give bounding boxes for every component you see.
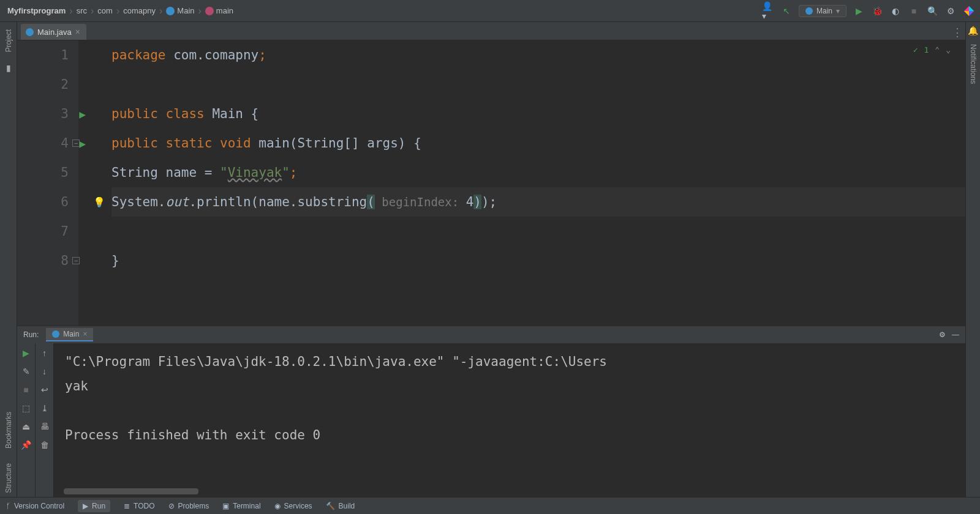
chevron-right-icon: › (69, 6, 72, 17)
breadcrumb-project[interactable]: Myfirstprogram (5, 5, 68, 17)
breadcrumb: Myfirstprogram › src › com › comapny › M… (5, 5, 762, 17)
notifications-tool-button[interactable]: Notifications (969, 40, 978, 88)
editor-gutter: 1 2 3▶ 4▶− 5 6💡 7 8− (17, 40, 78, 326)
soft-wrap-icon[interactable]: ↩ (41, 385, 48, 395)
run-toolbar-primary: ▶ ✎ ■ ⬚ ⏏ 📌 (17, 343, 36, 497)
console-output[interactable]: "C:\Program Files\Java\jdk-18.0.2.1\bin\… (54, 343, 965, 497)
folder-icon[interactable]: ▮ (6, 63, 11, 73)
code-content[interactable]: ✓1⌃⌄ package com.comapny; public class M… (78, 40, 965, 326)
edit-icon[interactable]: ✎ (23, 367, 30, 376)
chevron-down-icon: ⌄ (946, 45, 951, 54)
line-number: 3 (61, 106, 69, 121)
chevron-right-icon: › (91, 6, 94, 17)
line-number: 1 (61, 48, 69, 62)
close-icon[interactable]: × (83, 330, 87, 338)
run-tab-main[interactable]: Main × (46, 328, 93, 341)
breadcrumb-pkg-com[interactable]: com (95, 5, 115, 17)
play-icon: ▶ (83, 502, 88, 510)
rerun-icon[interactable]: ▶ (23, 348, 29, 358)
chevron-right-icon: › (198, 6, 202, 17)
editor-tab-bar: Main.java × ⋮ (17, 22, 965, 40)
exit-icon[interactable]: ⏏ (22, 422, 30, 431)
breadcrumb-method[interactable]: main (203, 5, 236, 17)
coverage-icon[interactable]: ◐ (889, 5, 902, 17)
bookmarks-tool-button[interactable]: Bookmarks (4, 408, 13, 452)
chevron-down-icon: ▾ (836, 7, 840, 15)
more-tabs-icon[interactable]: ⋮ (952, 26, 963, 39)
build-button[interactable]: 🔨Build (326, 502, 355, 510)
method-icon (205, 7, 214, 15)
todo-button[interactable]: ≣TODO (124, 502, 154, 510)
jetbrains-logo-icon (963, 5, 975, 17)
minimize-icon[interactable]: — (952, 330, 959, 339)
run-tool-header: Run: Main × ⚙ — (17, 326, 965, 343)
gear-icon[interactable]: ⚙ (944, 5, 957, 17)
run-configuration-selector[interactable]: Main ▾ (799, 5, 846, 17)
terminal-button[interactable]: ▣Terminal (222, 502, 260, 510)
structure-tool-button[interactable]: Structure (4, 460, 13, 497)
version-control-button[interactable]: ᚶVersion Control (6, 502, 64, 510)
class-icon (26, 28, 34, 36)
svg-marker-3 (964, 11, 969, 16)
run-icon[interactable]: ▶ (853, 5, 865, 17)
main-panel: Main.java × ⋮ 1 2 3▶ 4▶− 5 6💡 7 8− ✓1⌃⌄ … (17, 22, 965, 497)
editor-tab-main[interactable]: Main.java × (21, 24, 86, 40)
breadcrumb-class[interactable]: Main (164, 5, 197, 17)
chevron-right-icon: › (159, 6, 162, 17)
inspection-badge[interactable]: ✓1⌃⌄ (913, 45, 951, 54)
up-icon[interactable]: ↑ (42, 348, 47, 358)
main-toolbar: 👤▾ ↖ Main ▾ ▶ 🐞 ◐ ■ 🔍 ⚙ (762, 5, 975, 17)
gear-icon[interactable]: ⚙ (939, 330, 946, 339)
line-number: 2 (61, 77, 69, 92)
line-number: 5 (61, 165, 69, 180)
line-number: 8 (61, 253, 69, 268)
right-tool-sidebar: 🔔 Notifications (965, 22, 980, 497)
services-icon: ◉ (274, 502, 281, 510)
warning-icon: ⊘ (168, 502, 175, 510)
search-icon[interactable]: 🔍 (926, 5, 938, 17)
run-label: Run: (23, 330, 39, 339)
list-icon: ≣ (124, 502, 130, 510)
svg-marker-1 (969, 6, 974, 11)
hammer-icon: 🔨 (326, 502, 335, 510)
code-editor[interactable]: 1 2 3▶ 4▶− 5 6💡 7 8− ✓1⌃⌄ package com.co… (17, 40, 965, 326)
chevron-up-icon: ⌃ (935, 45, 940, 54)
class-icon (166, 7, 175, 15)
stop-icon[interactable]: ■ (908, 5, 920, 17)
run-button[interactable]: ▶Run (78, 500, 110, 512)
navigation-bar: Myfirstprogram › src › com › comapny › M… (0, 0, 980, 22)
run-config-label: Main (816, 7, 832, 15)
class-icon (805, 7, 813, 15)
problems-button[interactable]: ⊘Problems (168, 502, 209, 510)
breadcrumb-pkg-company[interactable]: comapny (121, 5, 158, 17)
class-icon (52, 330, 59, 338)
services-button[interactable]: ◉Services (274, 502, 312, 510)
svg-marker-2 (969, 11, 974, 16)
project-tool-button[interactable]: Project (4, 26, 13, 56)
line-number: 4 (61, 136, 69, 151)
back-arrow-icon[interactable]: ↖ (780, 5, 793, 17)
print-icon[interactable]: 🖶 (40, 422, 49, 431)
dump-icon[interactable]: ⬚ (22, 403, 30, 413)
down-icon[interactable]: ↓ (42, 367, 47, 376)
run-toolbar-secondary: ↑ ↓ ↩ ⤓ 🖶 🗑 (36, 343, 54, 497)
horizontal-scrollbar[interactable] (64, 488, 198, 494)
left-tool-sidebar: Project ▮ Bookmarks Structure (0, 22, 17, 497)
bell-icon[interactable]: 🔔 (968, 26, 978, 35)
line-number: 6 (61, 195, 69, 209)
add-user-icon[interactable]: 👤▾ (762, 5, 774, 17)
scroll-to-end-icon[interactable]: ⤓ (41, 403, 48, 413)
breadcrumb-src[interactable]: src (74, 5, 89, 17)
pin-icon[interactable]: 📌 (21, 440, 31, 450)
trash-icon[interactable]: 🗑 (40, 440, 49, 450)
debug-icon[interactable]: 🐞 (871, 5, 883, 17)
run-tool-window: Run: Main × ⚙ — ▶ ✎ ■ ⬚ ⏏ 📌 (17, 326, 965, 497)
close-icon[interactable]: × (75, 27, 80, 37)
tab-label: Main.java (37, 28, 72, 37)
terminal-icon: ▣ (222, 502, 229, 510)
stop-icon[interactable]: ■ (23, 385, 28, 395)
line-number: 7 (61, 224, 69, 239)
chevron-right-icon: › (116, 6, 119, 17)
status-bar: ᚶVersion Control ▶Run ≣TODO ⊘Problems ▣T… (0, 497, 980, 514)
branch-icon: ᚶ (6, 502, 10, 510)
